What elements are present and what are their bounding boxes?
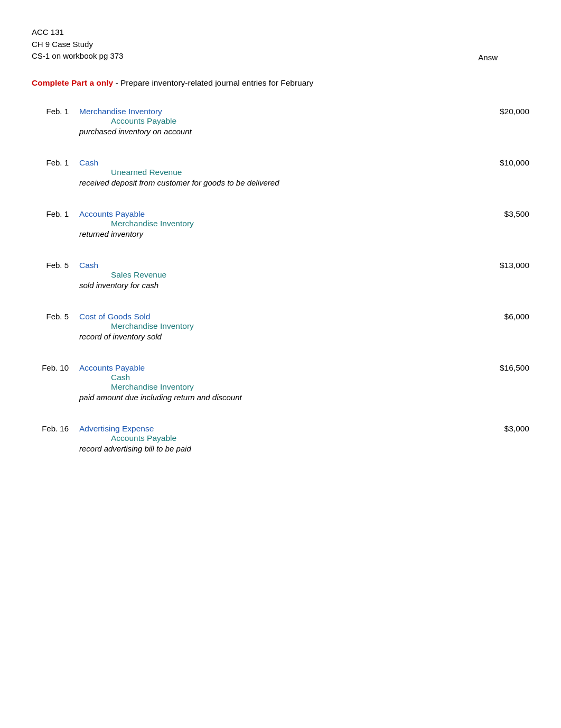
entry-6-credit-account-name-2: Merchandise Inventory <box>79 382 194 391</box>
entry-4-debit-amount: $13,000 <box>476 261 529 270</box>
entry-3-credit-account-name: Merchandise Inventory <box>79 219 194 228</box>
entry-7-credit-account: Accounts Payable <box>79 434 476 443</box>
entry-4-debit-row: Feb. 5 Cash $13,000 <box>32 261 529 270</box>
entry-4-credit-account: Sales Revenue <box>79 270 476 280</box>
entry-4-debit-account: Cash <box>79 261 476 270</box>
entry-2-debit-account: Cash <box>79 158 476 168</box>
entry-6-debit-account: Accounts Payable <box>79 363 476 373</box>
instruction-bold: Complete Part a only <box>32 78 113 87</box>
entry-5-description: record of inventory sold <box>79 332 529 341</box>
entry-5-debit-row: Feb. 5 Cost of Goods Sold $6,000 <box>32 312 529 321</box>
entry-1-debit-account: Merchandise Inventory <box>79 107 476 116</box>
entry-4-description: sold inventory for cash <box>79 281 529 290</box>
entry-1-credit-account-name: Accounts Payable <box>79 116 176 125</box>
entry-6-credit-account-name-1: Cash <box>79 373 130 382</box>
entry-2-credit-account-name: Unearned Revenue <box>79 168 182 177</box>
entry-5: Feb. 5 Cost of Goods Sold $6,000 Merchan… <box>32 312 529 348</box>
entry-4-desc-row: sold inventory for cash <box>32 280 529 297</box>
entry-2-description: received deposit from customer for goods… <box>79 178 529 187</box>
journal-entries: Feb. 1 Merchandise Inventory $20,000 Acc… <box>32 107 529 460</box>
entry-6-credit-account-2: Merchandise Inventory <box>79 382 476 392</box>
entry-5-debit-account-name: Cost of Goods Sold <box>79 312 150 321</box>
entry-3-credit-account: Merchandise Inventory <box>79 219 476 228</box>
header-line3: CS-1 on workbook pg 373 <box>32 50 529 62</box>
entry-7-debit-row: Feb. 16 Advertising Expense $3,000 <box>32 424 529 434</box>
entry-1-debit-amount: $20,000 <box>476 107 529 116</box>
entry-7-debit-account-name: Advertising Expense <box>79 424 154 433</box>
entry-5-date: Feb. 5 <box>32 312 79 321</box>
instruction-rest: - Prepare inventory-related journal entr… <box>113 78 313 87</box>
entry-3-debit-account: Accounts Payable <box>79 209 476 219</box>
entry-5-debit-account: Cost of Goods Sold <box>79 312 476 321</box>
entry-2-debit-account-name: Cash <box>79 158 98 167</box>
entry-2-debit-row: Feb. 1 Cash $10,000 <box>32 158 529 168</box>
entry-6-credit-row-2: Merchandise Inventory <box>32 382 529 392</box>
entry-3: Feb. 1 Accounts Payable $3,500 Merchandi… <box>32 209 529 246</box>
entry-2-date: Feb. 1 <box>32 158 79 167</box>
entry-2: Feb. 1 Cash $10,000 Unearned Revenue rec… <box>32 158 529 195</box>
entry-1-description: purchased inventory on account <box>79 127 529 136</box>
entry-2-desc-row: received deposit from customer for goods… <box>32 177 529 195</box>
entry-3-debit-account-name: Accounts Payable <box>79 209 145 218</box>
entry-2-credit-account: Unearned Revenue <box>79 168 476 177</box>
entry-7: Feb. 16 Advertising Expense $3,000 Accou… <box>32 424 529 460</box>
entry-7-credit-account-name: Accounts Payable <box>79 434 176 443</box>
entry-4: Feb. 5 Cash $13,000 Sales Revenue sold i… <box>32 261 529 297</box>
header-section: ACC 131 CH 9 Case Study CS-1 on workbook… <box>32 26 529 62</box>
entry-3-debit-row: Feb. 1 Accounts Payable $3,500 <box>32 209 529 219</box>
entry-6-credit-row-1: Cash <box>32 373 529 382</box>
entry-1-credit-row: Accounts Payable <box>32 116 529 126</box>
entry-1: Feb. 1 Merchandise Inventory $20,000 Acc… <box>32 107 529 143</box>
entry-1-desc-row: purchased inventory on account <box>32 126 529 143</box>
entry-5-credit-account: Merchandise Inventory <box>79 321 476 331</box>
header-line2: CH 9 Case Study <box>32 39 529 51</box>
entry-1-date: Feb. 1 <box>32 107 79 116</box>
entry-1-debit-account-name: Merchandise Inventory <box>79 107 162 116</box>
entry-6-description: paid amount due including return and dis… <box>79 393 529 402</box>
entry-3-debit-amount: $3,500 <box>476 209 529 219</box>
entry-3-credit-row: Merchandise Inventory <box>32 219 529 228</box>
entry-3-description: returned inventory <box>79 229 529 238</box>
entry-5-debit-amount: $6,000 <box>476 312 529 321</box>
entry-1-debit-row: Feb. 1 Merchandise Inventory $20,000 <box>32 107 529 116</box>
entry-5-credit-account-name: Merchandise Inventory <box>79 321 194 330</box>
entry-4-credit-row: Sales Revenue <box>32 270 529 280</box>
entry-5-credit-row: Merchandise Inventory <box>32 321 529 331</box>
entry-4-date: Feb. 5 <box>32 261 79 270</box>
entry-6-credit-account-1: Cash <box>79 373 476 382</box>
entry-7-debit-account: Advertising Expense <box>79 424 476 434</box>
entry-5-desc-row: record of inventory sold <box>32 331 529 348</box>
entry-6-debit-amount: $16,500 <box>476 363 529 373</box>
entry-6-debit-account-name: Accounts Payable <box>79 363 145 372</box>
entry-3-desc-row: returned inventory <box>32 228 529 246</box>
entry-7-date: Feb. 16 <box>32 424 79 433</box>
entry-4-debit-account-name: Cash <box>79 261 98 270</box>
entry-6: Feb. 10 Accounts Payable $16,500 Cash Me… <box>32 363 529 409</box>
top-right-label: Answ <box>478 53 498 62</box>
entry-3-date: Feb. 1 <box>32 209 79 218</box>
entry-7-debit-amount: $3,000 <box>476 424 529 434</box>
entry-6-debit-row: Feb. 10 Accounts Payable $16,500 <box>32 363 529 373</box>
entry-4-credit-account-name: Sales Revenue <box>79 270 166 279</box>
entry-1-credit-account: Accounts Payable <box>79 116 476 126</box>
entry-7-desc-row: record advertising bill to be paid <box>32 443 529 460</box>
entry-2-debit-amount: $10,000 <box>476 158 529 168</box>
entry-6-desc-row: paid amount due including return and dis… <box>32 392 529 409</box>
header-line1: ACC 131 <box>32 26 529 39</box>
entry-7-description: record advertising bill to be paid <box>79 444 529 453</box>
instruction: Complete Part a only - Prepare inventory… <box>32 78 529 88</box>
entry-7-credit-row: Accounts Payable <box>32 434 529 443</box>
entry-6-date: Feb. 10 <box>32 363 79 372</box>
entry-2-credit-row: Unearned Revenue <box>32 168 529 177</box>
